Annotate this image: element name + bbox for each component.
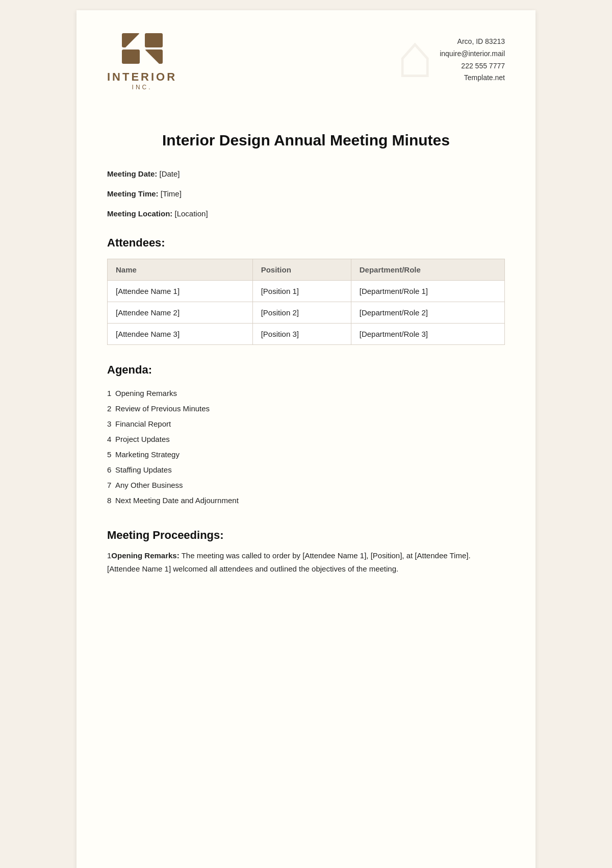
proceedings-item-label: Opening Remarks: xyxy=(111,551,179,560)
agenda-section-title: Agenda: xyxy=(107,363,505,377)
meeting-date-label: Meeting Date: xyxy=(107,169,157,178)
main-content: Interior Design Annual Meeting Minutes M… xyxy=(76,101,536,606)
proceedings-section-title: Meeting Proceedings: xyxy=(107,529,505,542)
attendees-table: Name Position Department/Role [Attendee … xyxy=(107,259,505,345)
list-item: 4Project Updates xyxy=(107,432,505,447)
list-item: 1Opening Remarks xyxy=(107,386,505,401)
col-department: Department/Role xyxy=(351,259,504,281)
list-item: 6Staffing Updates xyxy=(107,462,505,478)
attendee-name-2: [Attendee Name 2] xyxy=(108,302,253,324)
company-email: inquire@interior.mail xyxy=(440,48,505,60)
attendee-name-1: [Attendee Name 1] xyxy=(108,281,253,302)
col-name: Name xyxy=(108,259,253,281)
company-website: Template.net xyxy=(440,72,505,84)
svg-rect-2 xyxy=(122,49,140,64)
meeting-location-value: [Location] xyxy=(175,209,208,218)
attendee-position-2: [Position 2] xyxy=(252,302,351,324)
document-title: Interior Design Annual Meeting Minutes xyxy=(107,132,505,149)
attendee-position-3: [Position 3] xyxy=(252,324,351,345)
attendee-department-3: [Department/Role 3] xyxy=(351,324,504,345)
col-position: Position xyxy=(252,259,351,281)
company-logo-icon xyxy=(119,31,165,66)
company-name: INTERIOR xyxy=(107,70,177,84)
page: ⌂ INTERIOR INC. Arco, ID 83213 inquire@i… xyxy=(76,10,536,868)
list-item: 2Review of Previous Minutes xyxy=(107,401,505,416)
agenda-list: 1Opening Remarks 2Review of Previous Min… xyxy=(107,386,505,508)
proceedings-text: 1Opening Remarks: The meeting was called… xyxy=(107,549,505,575)
list-item: 3Financial Report xyxy=(107,416,505,432)
attendee-department-2: [Department/Role 2] xyxy=(351,302,504,324)
meeting-location-row: Meeting Location: [Location] xyxy=(107,209,505,218)
attendee-department-1: [Department/Role 1] xyxy=(351,281,504,302)
svg-rect-1 xyxy=(145,33,163,47)
attendee-position-1: [Position 1] xyxy=(252,281,351,302)
list-item: 7Any Other Business xyxy=(107,478,505,493)
attendees-section-title: Attendees: xyxy=(107,236,505,250)
table-row: [Attendee Name 2] [Position 2] [Departme… xyxy=(108,302,505,324)
company-phone: 222 555 7777 xyxy=(440,60,505,72)
meeting-date-row: Meeting Date: [Date] xyxy=(107,169,505,178)
list-item: 5Marketing Strategy xyxy=(107,447,505,462)
meeting-time-label: Meeting Time: xyxy=(107,189,159,198)
table-header-row: Name Position Department/Role xyxy=(108,259,505,281)
meeting-time-value: [Time] xyxy=(161,189,182,198)
company-address: Arco, ID 83213 xyxy=(440,36,505,48)
meeting-date-value: [Date] xyxy=(160,169,180,178)
table-row: [Attendee Name 3] [Position 3] [Departme… xyxy=(108,324,505,345)
company-subtitle: INC. xyxy=(132,84,152,91)
list-item: 8Next Meeting Date and Adjournment xyxy=(107,493,505,508)
logo-area: INTERIOR INC. xyxy=(107,31,177,91)
meeting-location-label: Meeting Location: xyxy=(107,209,172,218)
attendee-name-3: [Attendee Name 3] xyxy=(108,324,253,345)
header: INTERIOR INC. Arco, ID 83213 inquire@int… xyxy=(76,10,536,101)
meeting-time-row: Meeting Time: [Time] xyxy=(107,189,505,198)
contact-info: Arco, ID 83213 inquire@interior.mail 222… xyxy=(440,31,505,84)
table-row: [Attendee Name 1] [Position 1] [Departme… xyxy=(108,281,505,302)
